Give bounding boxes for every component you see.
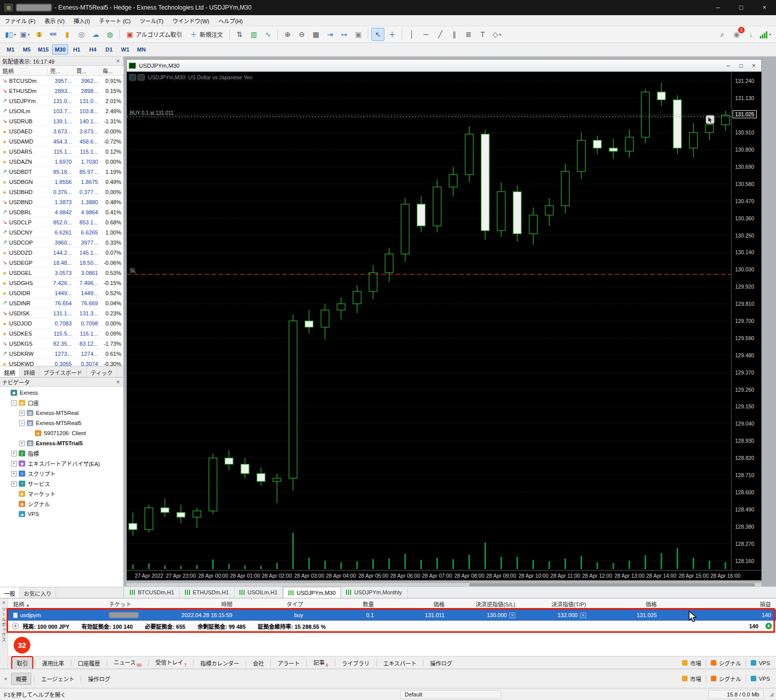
market-watch-row-USDJPYm[interactable]: ↗USDJPYm131.0...131.0...2.01% [0,96,123,106]
market-watch-row-USDCOP[interactable]: ↗USDCOP3960...3977...0.33% [0,238,123,248]
vps-cloud-button[interactable]: VPS [749,660,772,666]
menu-item-0[interactable]: ファイル (F) [0,17,40,26]
market-watch-row-ETHUSDm[interactable]: ↘ETHUSDm2893...2898...0.15% [0,86,123,96]
navigator-item[interactable]: +◆エキスパートアドバイザ(EA) [0,458,123,469]
market-watch-column-1[interactable]: 売... [47,67,74,75]
new-order-plus-icon[interactable]: + [765,623,772,629]
market-lock-button[interactable]: 市場 [680,659,703,667]
market-watch-row-USDBDT[interactable]: ↗USDBDT85.18...85.97...1.19% [0,167,123,177]
chart-tab-BTCUSDm,H1[interactable]: BTCUSDm,H1 [125,587,180,598]
tree-expander-icon[interactable]: − [11,400,17,406]
market-watch-tab-詳細[interactable]: 詳細 [20,366,39,377]
community-button[interactable]: ◍ [103,28,116,41]
menu-item-2[interactable]: 挿入(I) [69,17,94,26]
tree-expander-icon[interactable]: + [11,461,17,466]
market-watch-row-USDGEL[interactable]: ●USDGEL3.05733.08610.53% [0,268,123,278]
text-tool-button[interactable]: T [476,28,489,41]
zoom-out-button[interactable]: ⊖ [295,28,308,41]
market-lock-button[interactable]: 市場 [680,675,703,683]
close-icon[interactable]: × [0,599,8,605]
toolbox-tab-口座履歴[interactable]: 口座履歴 [74,658,104,669]
market-watch-row-USDKES[interactable]: ●USDKES115.5...116.1...0.09% [0,329,123,339]
timeframe-M1[interactable]: M1 [3,44,18,55]
navigator-item[interactable]: ◆Exness [0,388,123,398]
market-watch-row-USDGHS[interactable]: ●USDGHS7.426...7.496...-0.15% [0,278,123,288]
fibonacci-tool-button[interactable]: ≣ [462,28,475,41]
navigator-item[interactable]: +≡スクリプト [0,469,123,479]
menu-item-5[interactable]: ウインドウ(W) [168,17,214,26]
channel-tool-button[interactable]: ∥ [448,28,461,41]
chart-shift-button[interactable]: ↦ [337,28,351,41]
expand-icon[interactable]: + [12,623,19,629]
search-button[interactable]: ⌕ [716,28,729,41]
market-watch-row-USDBGN[interactable]: ●USDBGN1.85561.86750.49% [0,177,123,187]
toolbox-column-2[interactable]: 時間 [170,600,237,608]
algo-test-button[interactable]: ◎ [75,28,88,41]
time-axis[interactable]: 27 Apr 202227 Apr 23:0028 Apr 00:0028 Ap… [127,570,761,580]
toolbox-tab-ライブラリ[interactable]: ライブラリ [338,658,374,669]
market-dollar-button[interactable]: $ [32,28,45,41]
market-watch-row-USOILm[interactable]: ↗USOILm103.7...103.8...2.49% [0,106,123,116]
toolbox-tab-操作ログ[interactable]: 操作ログ [426,658,456,669]
navigator-tab-一般[interactable]: 一般 [0,587,20,598]
navigator-item[interactable]: −▥Exness-MT5Real5 [0,418,123,428]
tree-expander-icon[interactable]: + [11,481,17,487]
notifications-button[interactable]: ◉1 [730,28,743,41]
toolbox-column-8[interactable]: 価格 [591,600,662,608]
clear-sl-icon[interactable]: × [509,613,515,618]
market-watch-row-USDKGS[interactable]: ↘USDKGS82.35...83.12...-1.73% [0,339,123,349]
chart-tab-ETHUSDm,H1[interactable]: ETHUSDm,H1 [180,587,235,598]
timeframe-H1[interactable]: H1 [69,44,84,55]
chart-body[interactable]: BUY 0.1 at 131.011SLUSDJPYm,M30: US Doll… [127,72,761,580]
objects-button[interactable]: ◇▾ [490,28,503,41]
market-watch-tab-ティック[interactable]: ティック [87,366,117,377]
market-watch-row-USDAMD[interactable]: ●USDAMD454.3...458.6...-0.72% [0,136,123,147]
menu-item-1[interactable]: 表示 (V) [40,17,69,26]
market-watch-row-BTCUSDm[interactable]: ↘BTCUSDm3957...3962...0.91% [0,76,123,86]
navigator-item[interactable]: +▥Exness-MT5Real [0,408,123,418]
market-watch-row-USDKWD[interactable]: ●USDKWD0.30550.3074-0.30% [0,359,123,366]
menu-item-6[interactable]: ヘルプ(H) [214,17,247,26]
download-history-button[interactable]: ↓ [744,28,757,41]
market-watch-row-USDRUB[interactable]: ↘USDRUB139.1...140.1...-1.31% [0,116,123,126]
close-icon[interactable]: × [115,58,121,65]
timeframe-M15[interactable]: M15 [35,44,51,55]
menu-item-4[interactable]: ツール(T) [135,17,168,26]
chart-restore-button[interactable]: □ [736,62,747,69]
open-position-row[interactable]: usdjpym2022.04.28 16:15:59buy0.1131.0111… [8,610,776,621]
timeframe-M5[interactable]: M5 [19,44,34,55]
chart-window-titlebar[interactable]: USDJPYm,M30 – □ × [127,60,761,72]
navigator-item[interactable]: ■マーケット [0,489,123,499]
agent-tab-エージェント[interactable]: エージェント [37,673,78,684]
market-watch-row-USDBHD[interactable]: ●USDBHD0.376...0.377...0.00% [0,187,123,197]
toolbox-column-3[interactable]: タイプ [237,600,308,608]
toolbox-column-9[interactable]: 損益 [662,600,776,608]
navigator-tab-お気に入り[interactable]: お気に入り [20,587,56,598]
market-watch-row-USDBRL[interactable]: ↗USDBRL4.98424.98640.41% [0,207,123,217]
toolbox-tab-ニュース[interactable]: ニュース99 [110,657,146,669]
crosshair-tool-button[interactable]: ＋ [385,28,399,41]
agent-tab-概要[interactable]: 概要 [11,673,31,685]
toolbox-tab-受信トレイ[interactable]: 受信トレイ7 [151,657,190,669]
line-chart-mode-button[interactable]: ∿ [261,28,274,41]
chart-minimize-button[interactable]: – [723,62,734,69]
signal-button[interactable]: シグナル [709,659,743,667]
chart-tab-USDJPYm,M30[interactable]: USDJPYm,M30 [283,587,341,598]
market-watch-column-0[interactable]: 銘柄 [0,67,47,75]
tick-chart-button[interactable]: ⇅ [233,28,246,41]
market-watch-column-2[interactable]: 買... [74,67,100,75]
navigator-item[interactable]: +▥Exness-MT5Trial5 [0,438,123,448]
toolbox-tab-指標カレンダー[interactable]: 指標カレンダー [196,658,243,669]
chart-type-button[interactable]: ▮▯▾ [4,28,17,41]
market-watch-row-USDIDR[interactable]: ●USDIDR1449...1449...0.52% [0,288,123,298]
bar-chart-mode-button[interactable]: ▥ [247,28,260,41]
navigator-item[interactable]: −▤口座 [0,398,123,408]
market-watch-row-USDAZN[interactable]: ●USDAZN1.69701.70300.00% [0,157,123,167]
screenshot-button[interactable]: ▣ [352,28,365,41]
new-order-button[interactable]: ＋新規注文 [186,28,226,41]
window-close-button[interactable]: × [753,0,776,15]
timeframe-D1[interactable]: D1 [102,44,117,55]
navigator-item[interactable]: ●59071206: Client [0,428,123,438]
tree-expander-icon[interactable]: + [11,451,17,456]
timeframe-MN[interactable]: MN [134,44,149,55]
